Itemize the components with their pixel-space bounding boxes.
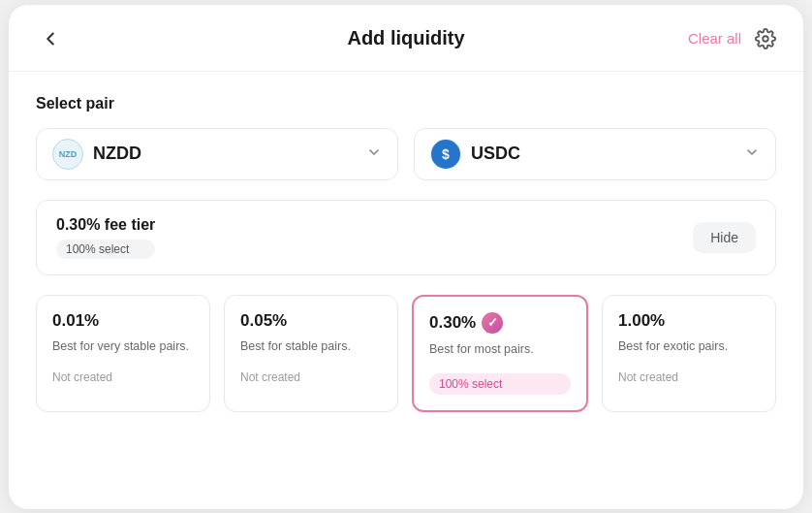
- page-title: Add liquidity: [347, 27, 464, 49]
- tier-desc-001: Best for very stable pairs.: [52, 338, 194, 356]
- tier-pct-001: 0.01%: [52, 311, 194, 331]
- tier-pct-030: 0.30% ✓: [429, 312, 571, 334]
- content: Select pair NZD NZDD $: [9, 72, 803, 440]
- check-icon: ✓: [482, 312, 503, 334]
- token1-name: NZDD: [93, 144, 357, 164]
- fee-tier-title: 0.30% fee tier: [56, 216, 155, 234]
- tier-card-001[interactable]: 0.01% Best for very stable pairs. Not cr…: [36, 295, 210, 413]
- token2-selector[interactable]: $ USDC: [414, 128, 776, 180]
- tier-card-005[interactable]: 0.05% Best for stable pairs. Not created: [224, 295, 398, 413]
- settings-button[interactable]: [755, 28, 776, 49]
- token2-name: USDC: [471, 144, 734, 164]
- clear-all-button[interactable]: Clear all: [688, 30, 741, 47]
- pair-row: NZD NZDD $ USDC: [36, 128, 776, 180]
- token2-chevron-icon: [744, 144, 760, 163]
- tier-status-005: Not created: [240, 370, 382, 384]
- tier-desc-100: Best for exotic pairs.: [618, 338, 760, 356]
- svg-point-0: [763, 36, 768, 42]
- fee-tier-box: 0.30% fee tier 100% select Hide: [36, 200, 776, 275]
- tier-status-001: Not created: [52, 370, 194, 384]
- main-card: Add liquidity Clear all Select pair NZD …: [9, 5, 803, 509]
- tier-card-030[interactable]: 0.30% ✓ Best for most pairs. 100% select: [412, 295, 588, 413]
- header-left: [36, 24, 65, 53]
- select-pair-label: Select pair: [36, 95, 776, 112]
- token1-chevron-icon: [366, 144, 382, 163]
- token1-selector[interactable]: NZD NZDD: [36, 128, 398, 180]
- tier-card-100[interactable]: 1.00% Best for exotic pairs. Not created: [602, 295, 776, 413]
- hide-button[interactable]: Hide: [693, 222, 756, 253]
- tier-status-030: 100% select: [429, 373, 571, 395]
- tier-pct-100: 1.00%: [618, 311, 760, 331]
- back-button[interactable]: [36, 24, 65, 53]
- fee-tier-info: 0.30% fee tier 100% select: [56, 216, 155, 259]
- tier-cards: 0.01% Best for very stable pairs. Not cr…: [36, 295, 776, 413]
- svg-text:$: $: [442, 146, 450, 162]
- header: Add liquidity Clear all: [9, 5, 803, 72]
- header-right: Clear all: [688, 28, 776, 49]
- tier-desc-005: Best for stable pairs.: [240, 338, 382, 356]
- tier-pct-005: 0.05%: [240, 311, 382, 331]
- token2-icon: $: [430, 139, 461, 170]
- tier-status-100: Not created: [618, 370, 760, 384]
- tier-desc-030: Best for most pairs.: [429, 341, 571, 359]
- token1-icon: NZD: [52, 139, 83, 170]
- fee-tier-badge: 100% select: [56, 240, 155, 259]
